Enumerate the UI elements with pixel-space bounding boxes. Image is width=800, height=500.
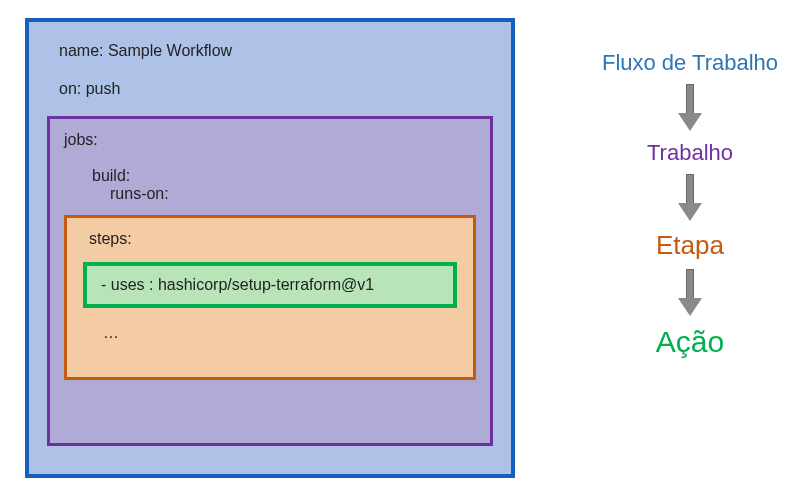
legend: Fluxo de Trabalho Trabalho Etapa Ação (590, 50, 790, 359)
jobs-container: jobs: build: runs-on: steps: - uses : ha… (47, 116, 493, 446)
legend-job: Trabalho (647, 140, 733, 166)
arrow-down-icon (680, 269, 700, 317)
steps-label: steps: (89, 230, 457, 248)
jobs-label: jobs: (64, 131, 476, 149)
workflow-name-line: name: Sample Workflow (59, 42, 493, 60)
legend-action: Ação (656, 325, 724, 359)
build-label: build: (92, 167, 476, 185)
steps-container: steps: - uses : hashicorp/setup-terrafor… (64, 215, 476, 380)
build-block: build: runs-on: (92, 167, 476, 203)
arrow-down-icon (680, 84, 700, 132)
legend-step: Etapa (656, 230, 724, 261)
runs-on-label: runs-on: (110, 185, 476, 203)
steps-ellipsis: … (103, 324, 457, 342)
legend-workflow: Fluxo de Trabalho (602, 50, 778, 76)
action-container: - uses : hashicorp/setup-terraform@v1 (83, 262, 457, 308)
arrow-down-icon (680, 174, 700, 222)
workflow-container: name: Sample Workflow on: push jobs: bui… (25, 18, 515, 478)
action-uses-line: - uses : hashicorp/setup-terraform@v1 (101, 276, 439, 294)
workflow-on-line: on: push (59, 80, 493, 98)
